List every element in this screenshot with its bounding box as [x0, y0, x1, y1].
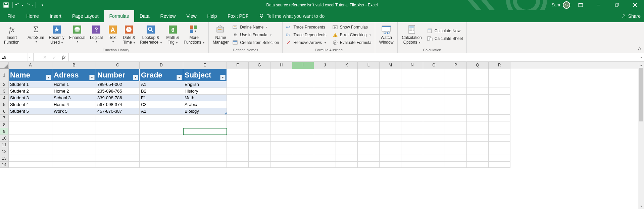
tab-home[interactable]: Home: [21, 10, 44, 22]
cell[interactable]: [270, 108, 292, 115]
row-header[interactable]: 11: [0, 142, 9, 148]
cell[interactable]: Arabic: [183, 101, 227, 108]
cell[interactable]: [270, 115, 292, 121]
cell[interactable]: Name▼: [9, 69, 52, 81]
tab-formulas[interactable]: Formulas: [104, 10, 134, 22]
cell[interactable]: [445, 81, 467, 88]
cell[interactable]: [314, 142, 336, 148]
cell[interactable]: [336, 128, 358, 135]
cell[interactable]: [423, 148, 445, 155]
cell[interactable]: [96, 121, 140, 128]
cell[interactable]: [358, 69, 380, 81]
cell[interactable]: [358, 128, 380, 135]
cell[interactable]: [314, 155, 336, 162]
cell[interactable]: [380, 121, 401, 128]
cell[interactable]: [445, 135, 467, 142]
user-name[interactable]: Sara: [552, 3, 560, 7]
filter-dropdown-button[interactable]: ▼: [220, 75, 226, 80]
cell[interactable]: [489, 101, 510, 108]
cell[interactable]: [96, 155, 140, 162]
column-header[interactable]: L: [358, 62, 380, 69]
cell[interactable]: [183, 155, 227, 162]
tab-data[interactable]: Data: [134, 10, 155, 22]
cell[interactable]: [467, 142, 489, 148]
cell[interactable]: [9, 155, 52, 162]
cell[interactable]: [358, 148, 380, 155]
user-avatar[interactable]: S: [563, 1, 570, 9]
cell[interactable]: [227, 81, 249, 88]
cell[interactable]: [270, 142, 292, 148]
scroll-thumb[interactable]: [638, 68, 644, 203]
cell[interactable]: [140, 142, 183, 148]
cell[interactable]: [227, 148, 249, 155]
cell[interactable]: [489, 81, 510, 88]
cell[interactable]: [140, 162, 183, 168]
cell[interactable]: [358, 115, 380, 121]
cell[interactable]: [489, 108, 510, 115]
cell[interactable]: [270, 155, 292, 162]
save-button[interactable]: [1, 0, 11, 10]
cell[interactable]: [183, 128, 227, 135]
cell[interactable]: [140, 121, 183, 128]
cell[interactable]: [249, 101, 270, 108]
cell[interactable]: C3: [140, 101, 183, 108]
cell[interactable]: [423, 155, 445, 162]
cell[interactable]: Student 2: [9, 88, 52, 95]
minimize-button[interactable]: [591, 0, 606, 10]
cell[interactable]: [314, 69, 336, 81]
cell[interactable]: [467, 135, 489, 142]
column-header[interactable]: D: [140, 62, 183, 69]
cell[interactable]: [227, 121, 249, 128]
scroll-down-button[interactable]: ▾: [638, 203, 644, 209]
tab-review[interactable]: Review: [155, 10, 181, 22]
redo-button[interactable]: ▾: [24, 0, 34, 10]
tab-file[interactable]: File: [1, 10, 21, 22]
cell[interactable]: B2: [140, 88, 183, 95]
cell[interactable]: 567-098-374: [96, 101, 140, 108]
watch-window-button[interactable]: WatchWindow: [377, 23, 396, 46]
cell[interactable]: [423, 142, 445, 148]
cell[interactable]: [52, 155, 96, 162]
cell[interactable]: [489, 128, 510, 135]
cell[interactable]: F1: [140, 95, 183, 101]
remove-arrows-button[interactable]: Remove Arrows ▾: [285, 39, 328, 46]
cell[interactable]: [227, 88, 249, 95]
cell[interactable]: [336, 101, 358, 108]
cell[interactable]: Student 1: [9, 81, 52, 88]
cell[interactable]: [249, 135, 270, 142]
tab-foxit-pdf[interactable]: Foxit PDF: [222, 10, 254, 22]
cell[interactable]: [227, 155, 249, 162]
cell[interactable]: [423, 128, 445, 135]
cell[interactable]: [314, 81, 336, 88]
cell[interactable]: [96, 162, 140, 168]
cell[interactable]: [336, 115, 358, 121]
calculate-now-button[interactable]: Calculate Now: [426, 27, 464, 35]
cell[interactable]: [467, 95, 489, 101]
select-all-button[interactable]: [0, 62, 9, 69]
cell[interactable]: [380, 148, 401, 155]
cell[interactable]: [249, 142, 270, 148]
cell[interactable]: [358, 101, 380, 108]
cell[interactable]: Student 3: [9, 95, 52, 101]
column-header[interactable]: H: [270, 62, 292, 69]
scroll-up-button[interactable]: ▴: [638, 62, 644, 68]
cell[interactable]: [292, 135, 314, 142]
cell[interactable]: [227, 142, 249, 148]
cell[interactable]: [489, 142, 510, 148]
cell[interactable]: [292, 155, 314, 162]
row-header[interactable]: 12: [0, 148, 9, 155]
cell[interactable]: [489, 115, 510, 121]
qat-customize-button[interactable]: ▾: [38, 0, 47, 10]
cell[interactable]: [183, 162, 227, 168]
cell[interactable]: [314, 95, 336, 101]
column-header[interactable]: N: [401, 62, 423, 69]
cell[interactable]: [9, 142, 52, 148]
cell[interactable]: [249, 128, 270, 135]
cell[interactable]: [183, 148, 227, 155]
cell[interactable]: [270, 101, 292, 108]
cell[interactable]: [467, 121, 489, 128]
cell[interactable]: [358, 155, 380, 162]
cell[interactable]: [380, 95, 401, 101]
cell[interactable]: [445, 128, 467, 135]
cell[interactable]: [292, 95, 314, 101]
